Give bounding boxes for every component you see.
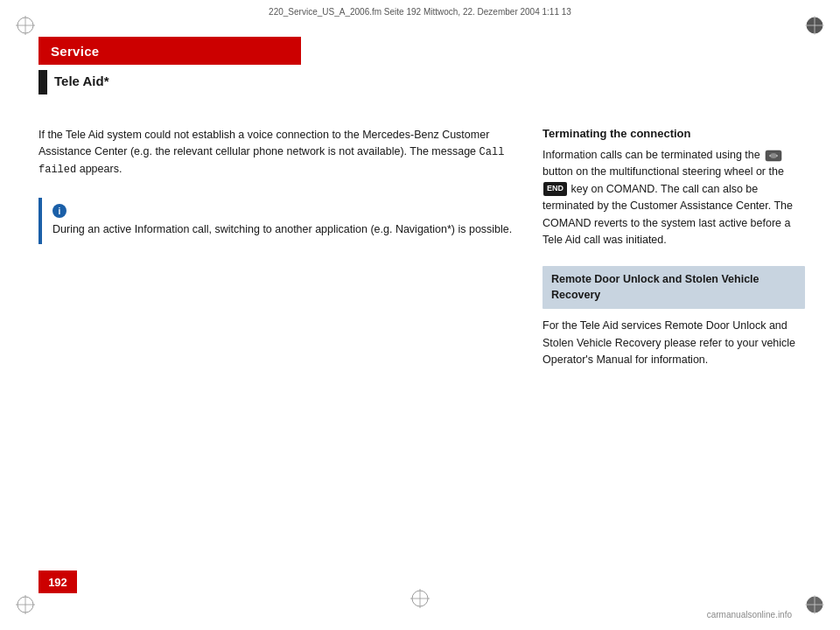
- right-column: Terminating the connection Information c…: [542, 127, 805, 368]
- terminating-text: Information calls can be terminated usin…: [542, 147, 805, 248]
- remote-box-text: For the Tele Aid services Remote Door Un…: [542, 318, 805, 368]
- svg-point-13: [770, 153, 777, 158]
- service-banner-text: Service: [51, 44, 99, 59]
- multifunctional-icon: [765, 149, 782, 163]
- main-content: If the Tele Aid system could not establi…: [38, 127, 537, 244]
- page-number-box: 192: [38, 570, 77, 593]
- corner-mark-tr: [805, 16, 824, 35]
- info-icon: i: [52, 204, 66, 218]
- left-accent: [38, 70, 47, 94]
- main-paragraph: If the Tele Aid system could not establi…: [38, 127, 537, 178]
- watermark: carmanualsonline.info: [707, 610, 792, 620]
- file-header: 220_Service_US_A_2006.fm Seite 192 Mittw…: [269, 7, 571, 17]
- end-key-badge: END: [543, 182, 567, 196]
- bottom-center-mark: [410, 589, 430, 611]
- info-text: During an active Information call, switc…: [52, 223, 512, 235]
- remote-door-unlock-box: Remote Door Unlock and Stolen Vehicle Re…: [542, 266, 805, 309]
- corner-mark-br: [805, 595, 824, 614]
- remote-box-title: Remote Door Unlock and Stolen Vehicle Re…: [551, 272, 796, 303]
- tele-aid-heading: Tele Aid*: [54, 74, 109, 88]
- terminating-heading: Terminating the connection: [542, 127, 805, 140]
- info-box: i During an active Information call, swi…: [38, 198, 537, 244]
- page-container: 220_Service_US_A_2006.fm Seite 192 Mittw…: [0, 0, 840, 630]
- service-banner: Service: [38, 37, 301, 65]
- corner-mark-bl: [16, 595, 35, 614]
- info-content: i During an active Information call, swi…: [42, 198, 522, 244]
- page-number: 192: [48, 576, 67, 589]
- terminating-section: Terminating the connection Information c…: [542, 127, 805, 248]
- corner-mark-tl: [16, 16, 35, 35]
